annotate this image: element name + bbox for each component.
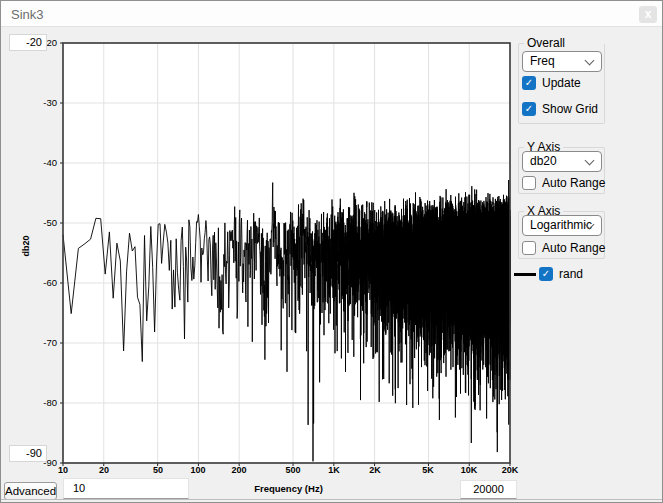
- y-axis-title: db20: [21, 235, 31, 256]
- x-tick-label: 20: [99, 465, 109, 475]
- y-max-input[interactable]: -20: [9, 34, 47, 51]
- x-max-input[interactable]: 20000: [460, 480, 517, 499]
- x-tick-label: 10K: [461, 465, 478, 475]
- legend-series-label: rand: [559, 267, 583, 281]
- y-tick-label: -40: [19, 157, 57, 168]
- y-min-input[interactable]: -90: [9, 445, 47, 462]
- y-axis-dropdown[interactable]: db20: [522, 151, 602, 172]
- y-auto-range-label: Auto Range: [542, 176, 605, 190]
- x-tick-label: 5K: [422, 465, 434, 475]
- close-icon[interactable]: x: [639, 6, 657, 23]
- x-tick-label: 200: [231, 465, 246, 475]
- x-tick-label: 50: [153, 465, 163, 475]
- show-grid-label: Show Grid: [542, 102, 598, 116]
- chevron-down-icon: [585, 156, 595, 166]
- show-grid-checkbox[interactable]: ✓: [522, 102, 536, 116]
- sink3-window: Sink3 x 1020501002005001K2K5K10K20K-20-3…: [0, 0, 663, 503]
- y-tick-label: -60: [19, 277, 57, 288]
- x-tick-label: 1K: [328, 465, 340, 475]
- freq-dropdown-value: Freq: [530, 54, 555, 68]
- update-label: Update: [542, 76, 581, 90]
- y-tick-label: -30: [19, 97, 57, 108]
- x-tick-label: 2K: [369, 465, 381, 475]
- x-axis-dropdown[interactable]: Logarithmic: [522, 215, 602, 236]
- window-bottom-edge: [1, 499, 663, 500]
- y-tick-label: -80: [19, 397, 57, 408]
- window-title: Sink3: [11, 7, 44, 22]
- x-auto-range-label: Auto Range: [542, 241, 605, 255]
- freq-dropdown[interactable]: Freq: [522, 51, 602, 72]
- x-auto-range-checkbox[interactable]: [522, 241, 536, 255]
- x-axis-title: Frequency (Hz): [231, 483, 346, 494]
- advanced-button[interactable]: Advanced: [4, 482, 57, 500]
- plot-area[interactable]: [55, 37, 517, 471]
- y-axis-dropdown-value: db20: [530, 154, 557, 168]
- y-tick-label: -70: [19, 337, 57, 348]
- update-checkbox[interactable]: ✓: [522, 76, 536, 90]
- x-tick-label: 500: [285, 465, 300, 475]
- legend-line-swatch: [514, 273, 536, 276]
- titlebar[interactable]: Sink3 x: [1, 1, 662, 27]
- y-auto-range-checkbox[interactable]: [522, 176, 536, 190]
- x-tick-label: 100: [190, 465, 205, 475]
- x-axis-dropdown-value: Logarithmic: [530, 218, 592, 232]
- x-tick-label: 10: [58, 465, 68, 475]
- x-tick-label: 20K: [502, 465, 519, 475]
- x-min-input[interactable]: 10: [63, 478, 189, 499]
- legend-checkbox[interactable]: ✓: [539, 267, 553, 281]
- chevron-down-icon: [585, 56, 595, 66]
- y-tick-label: -50: [19, 217, 57, 228]
